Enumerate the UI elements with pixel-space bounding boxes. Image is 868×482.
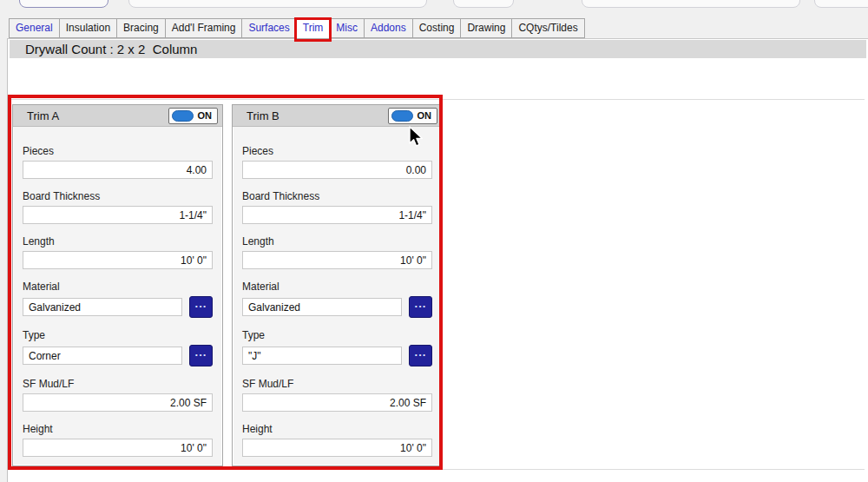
toggle-pill-icon: [172, 110, 194, 122]
field-label: Pieces: [242, 145, 432, 157]
field-board-thickness: Board Thickness: [242, 190, 432, 224]
toggle-on-label: ON: [418, 110, 432, 121]
material-browse-button[interactable]: ...: [189, 296, 213, 318]
field-sf-mud-lf: SF Mud/LF: [242, 378, 432, 412]
board-thickness-input[interactable]: [23, 206, 213, 224]
pieces-input[interactable]: [23, 161, 213, 179]
field-board-thickness: Board Thickness: [23, 190, 213, 224]
toolbar-button-fragment-1[interactable]: [19, 0, 108, 8]
trim-b-panel: Trim B ON Pieces Board Thickness Length …: [232, 104, 443, 466]
tab-surfaces[interactable]: Surfaces: [241, 18, 295, 38]
tab-cqtys-tildes[interactable]: CQtys/Tildes: [511, 18, 584, 38]
pieces-input[interactable]: [242, 161, 432, 179]
trim-a-panel: Trim A ON Pieces Board Thickness Length …: [12, 104, 223, 466]
field-label: Length: [242, 235, 432, 248]
length-input[interactable]: [23, 251, 213, 269]
height-input[interactable]: [242, 439, 432, 457]
tab-misc[interactable]: Misc: [329, 18, 364, 38]
tab-general[interactable]: General: [9, 18, 59, 38]
field-label: Height: [23, 423, 213, 435]
tab-drawing[interactable]: Drawing: [460, 18, 511, 38]
material-input[interactable]: [23, 298, 182, 316]
field-material: Material ...: [23, 281, 213, 318]
field-type: Type ...: [23, 329, 213, 366]
toolbar-button-fragment-2[interactable]: [128, 0, 427, 8]
toolbar-button-fragment-5[interactable]: [814, 0, 868, 8]
trim-b-panel-body: Pieces Board Thickness Length Material .…: [233, 145, 442, 457]
field-label: SF Mud/LF: [242, 378, 432, 390]
material-input[interactable]: [242, 298, 402, 316]
field-type: Type ...: [242, 329, 432, 366]
field-length: Length: [242, 235, 432, 269]
field-pieces: Pieces: [242, 145, 432, 179]
field-material: Material ...: [242, 281, 432, 318]
trim-a-panel-header: Trim A ON: [13, 105, 222, 127]
field-label: SF Mud/LF: [23, 378, 213, 390]
field-label: Type: [242, 329, 432, 341]
type-input[interactable]: [23, 347, 182, 365]
length-input[interactable]: [242, 251, 432, 269]
material-browse-button[interactable]: ...: [409, 296, 432, 318]
toolbar-button-fragment-4[interactable]: [582, 0, 800, 8]
tab-insulation[interactable]: Insulation: [59, 18, 116, 38]
height-input[interactable]: [23, 439, 213, 457]
trim-a-title: Trim A: [27, 109, 59, 122]
tab-trim-label: Trim: [303, 22, 324, 34]
field-sf-mud-lf: SF Mud/LF: [23, 378, 213, 412]
trim-a-on-toggle[interactable]: ON: [168, 108, 219, 124]
field-label: Board Thickness: [242, 190, 432, 202]
type-input[interactable]: [242, 347, 402, 365]
page-title: Drywall Count : 2 x 2 Column: [10, 40, 866, 58]
tab-costing[interactable]: Costing: [412, 18, 461, 38]
field-label: Material: [242, 281, 432, 293]
type-browse-button[interactable]: ...: [409, 345, 432, 366]
field-length: Length: [23, 235, 213, 269]
toggle-pill-icon: [391, 110, 413, 122]
toggle-on-label: ON: [198, 110, 213, 121]
field-label: Type: [23, 329, 213, 341]
field-label: Height: [242, 423, 432, 435]
trim-b-title: Trim B: [247, 109, 279, 122]
tab-trim[interactable]: Trim: [296, 18, 330, 39]
field-height: Height: [242, 423, 432, 457]
field-label: Length: [23, 235, 213, 248]
tab-addl-framing[interactable]: Add'l Framing: [165, 18, 242, 38]
trim-a-panel-body: Pieces Board Thickness Length Material .…: [13, 145, 222, 457]
tab-addons[interactable]: Addons: [364, 18, 412, 38]
tab-bracing[interactable]: Bracing: [116, 18, 165, 38]
field-label: Material: [23, 281, 213, 293]
sf-mud-lf-input[interactable]: [242, 393, 432, 412]
sf-mud-lf-input[interactable]: [23, 393, 213, 412]
trim-b-on-toggle[interactable]: ON: [388, 108, 438, 124]
type-browse-button[interactable]: ...: [189, 345, 213, 366]
field-pieces: Pieces: [23, 145, 213, 179]
trim-b-panel-header: Trim B ON: [233, 105, 442, 127]
field-height: Height: [23, 423, 213, 457]
toolbar-button-fragment-3[interactable]: [453, 0, 514, 8]
field-label: Pieces: [23, 145, 213, 157]
tab-strip: General Insulation Bracing Add'l Framing…: [9, 18, 585, 39]
board-thickness-input[interactable]: [242, 206, 432, 224]
field-label: Board Thickness: [23, 190, 213, 202]
